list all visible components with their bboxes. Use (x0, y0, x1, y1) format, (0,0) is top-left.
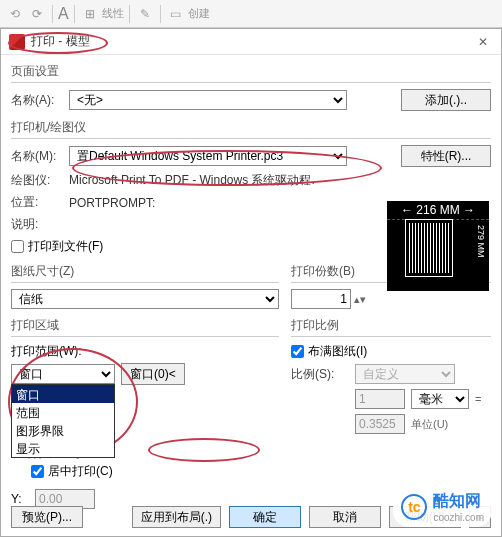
unit-b-label: 单位(U) (411, 417, 448, 432)
center-plot-checkbox[interactable] (31, 465, 44, 478)
preview-button[interactable]: 预览(P)... (11, 506, 83, 528)
scale-a-input (355, 389, 405, 409)
cancel-button[interactable]: 取消 (309, 506, 381, 528)
app-icon (9, 34, 25, 50)
printer-name-label: 名称(M): (11, 148, 63, 165)
plotter-label: 绘图仪: (11, 172, 63, 189)
scale-label: 比例(S): (291, 366, 349, 383)
range-option-extents[interactable]: 范围 (12, 403, 114, 421)
description-label: 说明: (11, 216, 63, 233)
unit-a-select[interactable]: 毫米 (411, 389, 469, 409)
plot-range-label: 打印范围(W): (11, 343, 279, 360)
page-name-label: 名称(A): (11, 92, 63, 109)
close-icon[interactable]: ✕ (473, 32, 493, 52)
watermark-domain: coozhi.com (433, 512, 484, 523)
y-label: Y: (11, 492, 29, 506)
center-plot-label: 居中打印(C) (48, 463, 113, 480)
copies-input[interactable] (291, 289, 351, 309)
scale-select: 自定义 (355, 364, 455, 384)
printer-name-select[interactable]: 置Default Windows System Printer.pc3 (69, 146, 347, 166)
page-name-select[interactable]: <无> (69, 90, 347, 110)
window-pick-button[interactable]: 窗口(0)< (121, 363, 185, 385)
ok-button[interactable]: 确定 (229, 506, 301, 528)
add-button[interactable]: 添加(.).. (401, 89, 491, 111)
range-option-display[interactable]: 显示 (12, 439, 114, 457)
spinner-icon[interactable]: ▴▾ (354, 293, 366, 305)
plot-range-dropdown: 窗口 范围 图形界限 显示 (11, 384, 115, 458)
range-option-limits[interactable]: 图形界限 (12, 421, 114, 439)
paper-size-select[interactable]: 信纸 (11, 289, 279, 309)
print-dialog: 打印 - 模型 ✕ 页面设置 名称(A): <无> 添加(.).. 打印机/绘图… (0, 28, 502, 537)
printer-title: 打印机/绘图仪 (11, 119, 491, 139)
paper-size-title: 图纸尺寸(Z) (11, 263, 279, 283)
fit-paper-checkbox[interactable] (291, 345, 304, 358)
print-to-file-checkbox[interactable] (11, 240, 24, 253)
location-value: PORTPROMPT: (69, 196, 155, 210)
range-option-window[interactable]: 窗口 (12, 385, 114, 403)
topbar-create: 创建 (188, 6, 210, 21)
plot-scale-title: 打印比例 (291, 317, 491, 337)
watermark: tc 酷知网 coozhi.com (393, 487, 492, 527)
apply-layout-button[interactable]: 应用到布局(.) (132, 506, 221, 528)
dialog-title: 打印 - 模型 (31, 33, 473, 50)
topbar-linear: 线性 (102, 6, 124, 21)
page-setup-title: 页面设置 (11, 63, 491, 83)
scale-b-input (355, 414, 405, 434)
plot-range-select[interactable]: 窗口 (11, 364, 115, 384)
plotter-value: Microsoft Print To PDF - Windows 系统驱动程. (69, 172, 315, 189)
watermark-brand: 酷知网 (433, 491, 484, 512)
properties-button[interactable]: 特性(R)... (401, 145, 491, 167)
paper-preview: ← 216 MM → 279 MM (387, 201, 489, 291)
watermark-logo: tc (401, 494, 427, 520)
print-to-file-label: 打印到文件(F) (28, 238, 103, 255)
location-label: 位置: (11, 194, 63, 211)
plot-area-title: 打印区域 (11, 317, 279, 337)
fit-paper-label: 布满图纸(I) (308, 343, 367, 360)
